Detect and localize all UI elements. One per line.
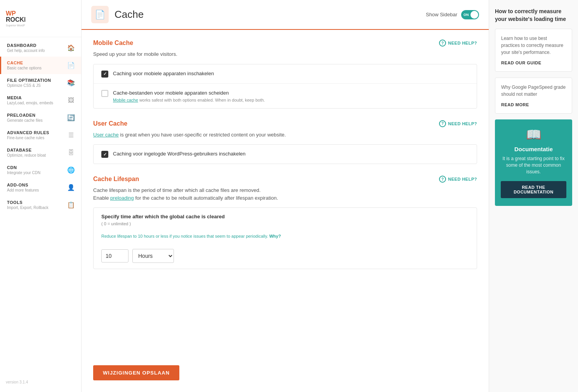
help-card-2: Why Google PageSpeed grade should not ma… bbox=[495, 78, 572, 114]
sidebar: WP ROCKET Superior WordPress Performance… bbox=[0, 0, 82, 392]
cache-icon: 📄 bbox=[67, 61, 75, 70]
nav-items: DASHBOARD Get help, account info 🏠 CACHE… bbox=[0, 37, 81, 376]
media-icon: 🖼 bbox=[67, 96, 75, 105]
need-help-icon-3: ? bbox=[439, 176, 446, 183]
lifespan-desc-line2-suffix: for the cache to be rebuilt automaticall… bbox=[134, 195, 278, 201]
sidebar-item-cdn[interactable]: CDN Integrate your CDN 🌐 bbox=[0, 161, 81, 179]
lifespan-unit-select[interactable]: Minutes Hours Days bbox=[132, 249, 174, 263]
doc-card-title: Documentatie bbox=[501, 146, 566, 152]
option-row: Caching voor ingelogde WordPress-gebruik… bbox=[94, 145, 477, 164]
svg-text:WP: WP bbox=[6, 10, 16, 17]
separate-cache-hint-text: works safest with both options enabled. … bbox=[138, 98, 265, 102]
sidebar-item-dashboard[interactable]: DASHBOARD Get help, account info 🏠 bbox=[0, 39, 81, 57]
help-card-2-text: Why Google PageSpeed grade should not ma… bbox=[501, 84, 566, 98]
lifespan-sublabel: ( 0 = unlimited ) bbox=[101, 221, 225, 226]
cdn-icon: 🌐 bbox=[67, 166, 75, 174]
sidebar-item-media[interactable]: MEDIA LazyLoad, emojis, embeds 🖼 bbox=[0, 92, 81, 109]
mobile-cache-title: Mobile Cache bbox=[93, 40, 133, 47]
main-content: 📄 Cache Show Sidebar ON Mobile Cache bbox=[82, 0, 489, 392]
lifespan-desc-line1: Cache lifespan is the period of time aft… bbox=[93, 187, 260, 193]
user-cache-options: Caching voor ingelogde WordPress-gebruik… bbox=[93, 144, 477, 164]
toggle-on-label: ON bbox=[463, 13, 469, 17]
lifespan-warning: Reduce lifespan to 10 hours or less if y… bbox=[101, 234, 281, 238]
separate-cache-label: Cache-bestanden voor mobiele apparaten s… bbox=[113, 90, 265, 97]
right-sidebar: How to correctly measure your website's … bbox=[489, 0, 578, 392]
cache-lifespan-options: Specify time after which the global cach… bbox=[93, 207, 477, 269]
add-ons-icon: 👤 bbox=[67, 183, 75, 192]
lifespan-desc-line2-prefix: Enable bbox=[93, 195, 110, 201]
option-row: Specify time after which the global cach… bbox=[94, 208, 477, 269]
need-help-label-2: NEED HELP? bbox=[448, 121, 477, 126]
option-row: Caching voor mobiele apparaten inschakel… bbox=[94, 64, 477, 84]
mobile-cache-description: Speed up your site for mobile visitors. bbox=[93, 50, 477, 58]
cache-lifespan-title: Cache Lifespan bbox=[93, 176, 139, 183]
advanced-rules-icon: ☰ bbox=[67, 131, 75, 140]
help-card-1: Learn how to use best practices to corre… bbox=[495, 29, 572, 72]
read-documentation-button[interactable]: READ THE DOCUMENTATION bbox=[501, 181, 566, 198]
svg-text:ROCKET: ROCKET bbox=[6, 16, 25, 23]
need-help-label: NEED HELP? bbox=[448, 41, 477, 45]
user-cache-link[interactable]: User cache bbox=[93, 132, 119, 138]
lifespan-warning-text: Reduce lifespan to 10 hours or less if y… bbox=[101, 234, 269, 238]
mobile-cache-options: Caching voor mobiele apparaten inschakel… bbox=[93, 64, 477, 109]
read-more-link[interactable]: READ MORE bbox=[501, 102, 529, 107]
user-cache-need-help[interactable]: ? NEED HELP? bbox=[439, 120, 477, 127]
why-link[interactable]: Why? bbox=[269, 234, 281, 238]
logo-area: WP ROCKET Superior WordPress Performance bbox=[0, 0, 81, 37]
user-cache-title: User Cache bbox=[93, 120, 127, 127]
mobile-caching-checkbox[interactable] bbox=[101, 71, 108, 78]
dashboard-icon: 🏠 bbox=[67, 44, 75, 52]
save-button[interactable]: WIJZIGINGEN OPSLAAN bbox=[93, 365, 179, 380]
sidebar-item-preloaden[interactable]: PRELOADEN Generate cache files 🔄 bbox=[0, 109, 81, 126]
page-header-icon: 📄 bbox=[91, 6, 109, 23]
page-title: Cache bbox=[115, 9, 426, 21]
separate-cache-hint: Mobile cache works safest with both opti… bbox=[113, 98, 265, 102]
doc-card-icon: 📖 bbox=[501, 127, 566, 142]
content-area: Mobile Cache ? NEED HELP? Speed up your … bbox=[82, 30, 489, 357]
sidebar-toggle[interactable]: Show Sidebar ON bbox=[426, 10, 479, 19]
mobile-caching-label: Caching voor mobiele apparaten inschakel… bbox=[113, 70, 214, 77]
user-cache-description: User cache is great when you have user-s… bbox=[93, 131, 477, 139]
page-header: 📄 Cache Show Sidebar ON bbox=[82, 0, 489, 30]
sidebar-toggle-label: Show Sidebar bbox=[426, 12, 457, 17]
option-row: Cache-bestanden voor mobiele apparaten s… bbox=[94, 84, 477, 108]
need-help-label-3: NEED HELP? bbox=[448, 177, 477, 181]
user-caching-checkbox[interactable] bbox=[101, 151, 108, 158]
tools-icon: 📋 bbox=[67, 201, 75, 209]
preloaden-icon: 🔄 bbox=[67, 114, 75, 122]
version-label: version 3.1.4 bbox=[0, 376, 81, 388]
sidebar-item-cache[interactable]: CACHE Basic cache options 📄 bbox=[0, 57, 81, 74]
need-help-icon: ? bbox=[439, 40, 446, 47]
sidebar-item-tools[interactable]: TOOLS Import, Export, Rollback 📋 bbox=[0, 196, 81, 214]
mobile-cache-link[interactable]: Mobile cache bbox=[113, 98, 138, 102]
doc-card: 📖 Documentatie It is a great starting po… bbox=[495, 119, 572, 205]
toggle-knob bbox=[470, 11, 478, 19]
need-help-icon-2: ? bbox=[439, 120, 446, 127]
sidebar-item-add-ons[interactable]: ADD-ONS Add more features 👤 bbox=[0, 179, 81, 196]
lifespan-input-label: Specify time after which the global cach… bbox=[101, 214, 225, 219]
help-card-1-text: Learn how to use best practices to corre… bbox=[501, 35, 566, 56]
file-optimization-icon: 📚 bbox=[67, 79, 75, 87]
mobile-cache-need-help[interactable]: ? NEED HELP? bbox=[439, 40, 477, 47]
cache-lifespan-description: Cache lifespan is the period of time aft… bbox=[93, 187, 477, 202]
cache-lifespan-need-help[interactable]: ? NEED HELP? bbox=[439, 176, 477, 183]
user-cache-section: User Cache ? NEED HELP? User cache is gr… bbox=[93, 120, 477, 164]
separate-cache-checkbox[interactable] bbox=[101, 90, 108, 97]
database-icon: 🗄 bbox=[67, 149, 75, 157]
user-caching-label: Caching voor ingelogde WordPress-gebruik… bbox=[113, 150, 246, 157]
read-guide-link[interactable]: READ OUR GUIDE bbox=[501, 60, 542, 65]
right-sidebar-title: How to correctly measure your website's … bbox=[495, 8, 572, 23]
toggle-switch[interactable]: ON bbox=[461, 10, 479, 19]
cache-lifespan-section: Cache Lifespan ? NEED HELP? Cache lifesp… bbox=[93, 176, 477, 269]
sidebar-item-database[interactable]: DATABASE Optimize, reduce bloat 🗄 bbox=[0, 144, 81, 161]
doc-card-text: It is a great starting point to fix some… bbox=[501, 155, 566, 175]
save-area: WIJZIGINGEN OPSLAAN bbox=[82, 357, 489, 392]
user-cache-desc-text: is great when you have user-specific or … bbox=[119, 132, 286, 138]
svg-text:Superior WordPress Performance: Superior WordPress Performance bbox=[6, 24, 25, 27]
mobile-cache-section: Mobile Cache ? NEED HELP? Speed up your … bbox=[93, 40, 477, 109]
lifespan-number-input[interactable] bbox=[101, 249, 128, 262]
sidebar-item-advanced-rules[interactable]: ADVANCED RULES Fine-tune cache rules ☰ bbox=[0, 126, 81, 144]
sidebar-item-file-optimization[interactable]: FILE OPTIMIZATION Optimize CSS & JS 📚 bbox=[0, 74, 81, 92]
preloading-link[interactable]: preloading bbox=[110, 195, 134, 201]
